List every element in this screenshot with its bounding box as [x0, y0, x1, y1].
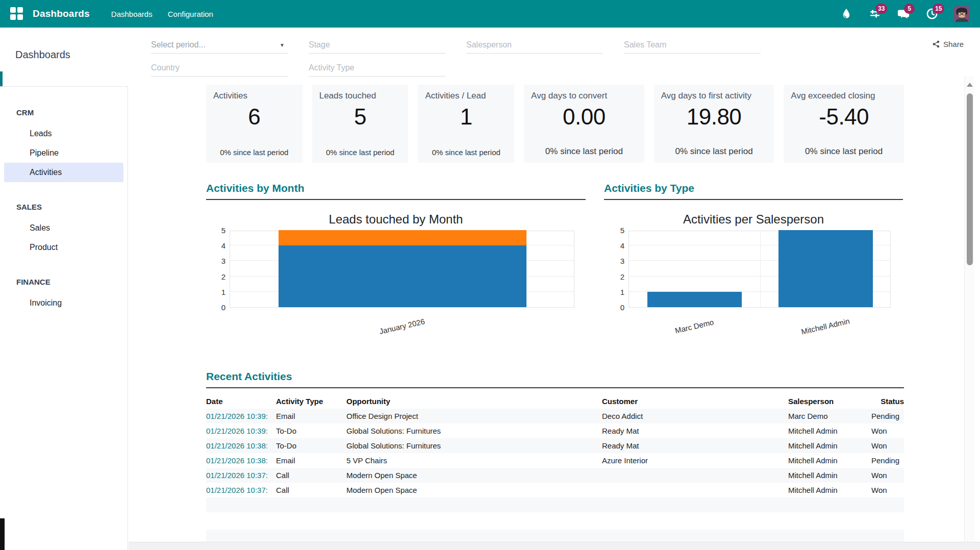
cell-date-link[interactable]: 01/21/2026 10:37:: [206, 486, 276, 494]
table-row[interactable]: 01/21/2026 10:39:To-DoGlobal Solutions: …: [206, 423, 904, 438]
filter-stage[interactable]: Stage: [309, 37, 445, 54]
table-cell: Won: [871, 441, 904, 450]
table-cell: Office Design Project: [346, 412, 602, 420]
kpi-card-2: Leads touched50% since last period: [312, 85, 409, 163]
horizontal-scrollbar[interactable]: [129, 542, 980, 550]
table-cell: Pending: [871, 412, 904, 420]
kpi-label: Avg days to first activity: [654, 85, 774, 101]
chart-leads-touched-by-month: Leads touched by Month012345January 2026: [206, 212, 586, 339]
sidebar-item-activities[interactable]: Activities: [4, 163, 123, 182]
filter-select-period[interactable]: Select period...▼: [151, 37, 288, 54]
table-cell: Won: [871, 427, 904, 435]
kpi-label: Avg days to convert: [524, 85, 644, 101]
dashboard-sidebar: CRMLeadsPipelineActivitiesSALESSalesProd…: [0, 86, 128, 550]
sidebar-item-invoicing[interactable]: Invoicing: [4, 293, 123, 313]
recent-activities-table: DateActivity TypeOpportunityCustomerSale…: [206, 393, 904, 512]
table-empty-row: [206, 497, 904, 512]
table-cell: Call: [276, 471, 346, 480]
table-row[interactable]: 01/21/2026 10:37:CallModern Open SpaceMi…: [206, 468, 904, 483]
chat-badge: 5: [904, 4, 915, 14]
section-activities-by-month: Activities by Month Leads touched by Mon…: [206, 182, 586, 339]
y-axis-tick: 2: [208, 272, 225, 281]
kpi-row: Activities60% since last periodLeads tou…: [206, 85, 904, 163]
filter-placeholder: Sales Team: [624, 40, 666, 49]
cell-date-link[interactable]: 01/21/2026 10:38:: [206, 456, 276, 465]
recent-activities-heading: Recent Activities: [206, 370, 904, 388]
cell-date-link[interactable]: 01/21/2026 10:39:: [206, 412, 276, 420]
table-row[interactable]: 01/21/2026 10:38:Email5 VP ChairsAzure I…: [206, 453, 904, 468]
filter-sales-team[interactable]: Sales Team: [624, 37, 761, 54]
apps-grid-icon[interactable]: [10, 7, 23, 20]
sidebar-item-pipeline[interactable]: Pipeline: [4, 143, 123, 163]
kpi-card-5: Avg days to first activity19.800% since …: [654, 85, 774, 163]
share-icon: [933, 40, 940, 48]
table-cell: Mitchell Admin: [788, 486, 871, 494]
kpi-card-3: Activities / Lead10% since last period: [418, 85, 514, 163]
chat-icon[interactable]: 5: [897, 7, 910, 20]
x-axis-label: Mitchell Admin: [800, 316, 850, 336]
bar-mitchell-admin: [778, 230, 873, 307]
scrollbar-thumb[interactable]: [967, 93, 973, 265]
kpi-card-1: Activities60% since last period: [206, 85, 303, 163]
sidebar-item-sales[interactable]: Sales: [4, 218, 123, 238]
top-navbar: Dashboards Dashboards Configuration 33 5: [0, 0, 980, 28]
table-row[interactable]: 01/21/2026 10:39:EmailOffice Design Proj…: [206, 409, 904, 423]
sidebar-section-crm: CRMLeadsPipelineActivities: [0, 108, 128, 182]
sidebar-section-title: CRM: [16, 108, 128, 117]
kpi-value: 5: [312, 104, 409, 130]
filter-country[interactable]: Country: [151, 60, 288, 77]
clock-badge: 15: [933, 4, 944, 14]
user-avatar[interactable]: [954, 6, 970, 22]
scroll-up-arrow[interactable]: [967, 83, 973, 87]
kpi-delta: 0% since last period: [524, 146, 644, 157]
page-title: Dashboards: [15, 49, 70, 61]
sliders-badge: 33: [875, 4, 887, 14]
share-button[interactable]: Share: [933, 40, 964, 48]
column-header-status: Status: [871, 397, 904, 406]
y-axis-tick: 5: [607, 226, 624, 235]
cell-date-link[interactable]: 01/21/2026 10:39:: [206, 427, 276, 435]
cell-date-link[interactable]: 01/21/2026 10:37:: [206, 471, 276, 480]
kpi-card-6: Avg exceeded closing-5.400% since last p…: [784, 85, 904, 163]
kpi-delta: 0% since last period: [654, 146, 774, 157]
bar-january-2026: [279, 230, 527, 245]
clock-icon[interactable]: 15: [925, 7, 939, 20]
menu-item-dashboards[interactable]: Dashboards: [105, 6, 159, 22]
y-axis-tick: 3: [208, 257, 225, 265]
cell-date-link[interactable]: 01/21/2026 10:38:: [206, 441, 276, 450]
vertical-scrollbar[interactable]: [964, 77, 974, 542]
filter-activity-type[interactable]: Activity Type: [309, 60, 445, 77]
filter-placeholder: Salesperson: [466, 40, 512, 49]
table-row[interactable]: 01/21/2026 10:37:CallModern Open SpaceMi…: [206, 483, 904, 497]
table-row[interactable]: 01/21/2026 10:38:To-DoGlobal Solutions: …: [206, 438, 904, 453]
chart-title: Leads touched by Month: [206, 212, 586, 227]
column-header-date: Date: [206, 397, 276, 406]
column-header-opportunity: Opportunity: [346, 397, 602, 406]
table-cell: Mitchell Admin: [788, 456, 871, 465]
sidebar-item-leads[interactable]: Leads: [4, 124, 123, 143]
table-header-row: DateActivity TypeOpportunityCustomerSale…: [206, 393, 904, 409]
table-cell: Ready Mat: [602, 427, 788, 435]
sliders-icon[interactable]: 33: [868, 7, 882, 20]
table-cell: Email: [276, 456, 346, 465]
table-cell: Global Solutions: Furnitures: [346, 441, 602, 450]
filter-salesperson[interactable]: Salesperson: [466, 37, 603, 54]
filter-placeholder: Country: [151, 63, 180, 72]
droplet-icon[interactable]: [840, 7, 853, 20]
charts-row: Activities by Month Leads touched by Mon…: [206, 182, 904, 339]
table-cell: Pending: [871, 456, 904, 465]
chart-title: Activities per Salesperson: [604, 212, 903, 227]
dashboard-main: Activities60% since last periodLeads tou…: [129, 77, 964, 542]
bar-marc-demo: [647, 292, 742, 307]
menu-item-configuration[interactable]: Configuration: [162, 6, 219, 22]
sidebar-item-product[interactable]: Product: [4, 238, 123, 257]
kpi-label: Activities / Lead: [418, 85, 514, 101]
column-header-salesperson: Salesperson: [788, 397, 871, 406]
plot-area: 012345January 2026: [206, 231, 586, 339]
x-axis-label: Marc Demo: [674, 317, 714, 335]
column-header-activity-type: Activity Type: [276, 397, 346, 406]
sidebar-section-title: FINANCE: [16, 278, 128, 286]
table-cell: 5 VP Chairs: [346, 456, 602, 465]
chart-activities-per-salesperson: Activities per Salesperson012345Marc Dem…: [604, 212, 903, 339]
filter-placeholder: Select period...: [151, 40, 206, 49]
